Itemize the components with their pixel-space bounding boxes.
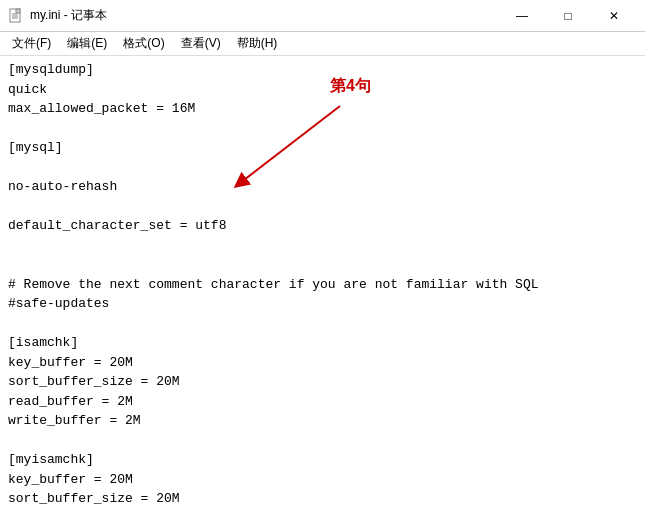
close-button[interactable]: ✕: [591, 0, 637, 32]
menu-format[interactable]: 格式(O): [115, 33, 172, 54]
menu-bar: 文件(F) 编辑(E) 格式(O) 查看(V) 帮助(H): [0, 32, 645, 56]
menu-help[interactable]: 帮助(H): [229, 33, 286, 54]
maximize-button[interactable]: □: [545, 0, 591, 32]
menu-view[interactable]: 查看(V): [173, 33, 229, 54]
title-bar: my.ini - 记事本 — □ ✕: [0, 0, 645, 32]
app-icon: [8, 8, 24, 24]
editor-container: [mysqldump] quick max_allowed_packet = 1…: [0, 56, 645, 512]
svg-rect-1: [16, 9, 20, 13]
menu-edit[interactable]: 编辑(E): [59, 33, 115, 54]
minimize-button[interactable]: —: [499, 0, 545, 32]
window-title: my.ini - 记事本: [30, 7, 499, 24]
window-controls: — □ ✕: [499, 0, 637, 32]
menu-file[interactable]: 文件(F): [4, 33, 59, 54]
editor-textarea[interactable]: [mysqldump] quick max_allowed_packet = 1…: [0, 56, 645, 512]
